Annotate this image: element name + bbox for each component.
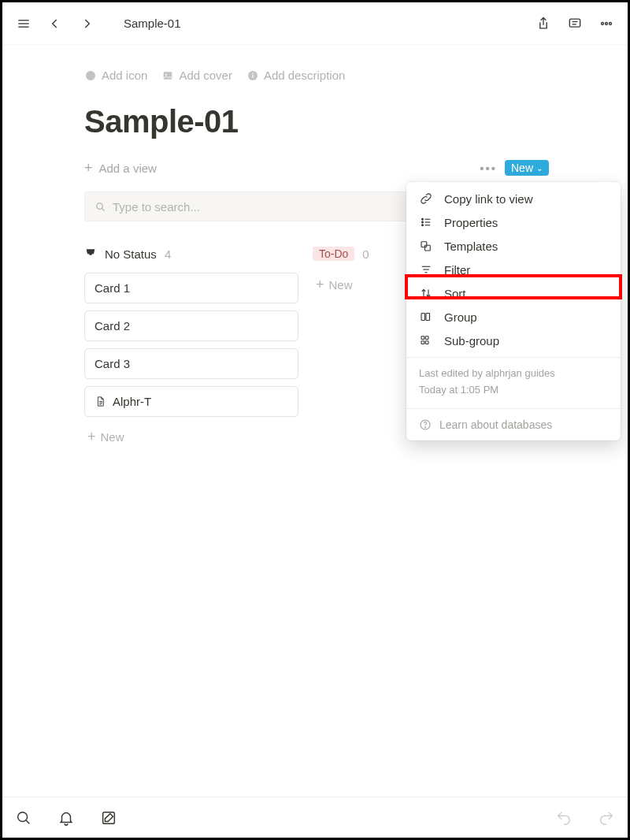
- add-description-button[interactable]: Add description: [246, 69, 345, 82]
- group-icon: [419, 310, 433, 324]
- link-icon: [419, 191, 433, 206]
- svg-point-13: [165, 73, 167, 75]
- svg-rect-38: [425, 341, 428, 344]
- menu-item-filter[interactable]: Filter: [406, 258, 621, 281]
- sort-icon: [419, 286, 433, 300]
- more-icon[interactable]: [598, 15, 615, 32]
- add-card-label: New: [329, 278, 353, 292]
- menu-edited-by: Last edited by alphrjan guides: [419, 366, 608, 382]
- menu-item-label: Group: [444, 310, 477, 324]
- svg-point-8: [610, 22, 612, 24]
- view-row: + Add a view ••• New ⌄: [84, 160, 549, 176]
- menu-learn-link[interactable]: Learn about databases: [406, 414, 621, 436]
- svg-rect-29: [425, 245, 431, 251]
- svg-point-22: [422, 218, 424, 220]
- menu-item-properties[interactable]: Properties: [406, 210, 621, 234]
- menu-edited-at: Today at 1:05 PM: [419, 382, 608, 399]
- svg-rect-36: [425, 336, 428, 340]
- column-count: 0: [362, 247, 369, 261]
- subgroup-icon: [419, 333, 433, 348]
- add-cover-label: Add cover: [179, 69, 232, 82]
- bottombar: [2, 797, 628, 838]
- svg-point-16: [252, 72, 253, 73]
- menu-item-copy-link[interactable]: Copy link to view: [406, 187, 621, 210]
- svg-line-42: [26, 820, 30, 823]
- document-icon: [94, 395, 113, 408]
- menu-item-subgroup[interactable]: Sub-group: [406, 329, 621, 352]
- menu-item-templates[interactable]: Templates: [406, 234, 621, 258]
- menu-learn-label: Learn about databases: [439, 418, 552, 431]
- undo-icon[interactable]: [555, 809, 573, 827]
- svg-rect-15: [252, 74, 253, 77]
- redo-icon[interactable]: [598, 809, 615, 827]
- properties-icon: [419, 215, 433, 229]
- menu-meta: Last edited by alphrjan guides Today at …: [406, 362, 621, 403]
- svg-point-10: [88, 73, 90, 75]
- svg-rect-12: [164, 72, 172, 79]
- menu-icon[interactable]: [15, 15, 32, 32]
- board-column-no-status: No Status 4 Card 1 Card 2 Card 3 Alphr-T…: [84, 247, 298, 450]
- card-title: Card 2: [94, 319, 130, 333]
- card[interactable]: Card 3: [84, 348, 298, 379]
- column-label: No Status: [105, 247, 157, 261]
- svg-rect-34: [426, 314, 430, 321]
- help-icon: [419, 418, 432, 431]
- card[interactable]: Card 1: [84, 273, 298, 303]
- add-card-label: New: [101, 430, 124, 444]
- search-icon[interactable]: [15, 809, 32, 827]
- view-context-menu: Copy link to view Properties Templates F…: [406, 182, 621, 440]
- breadcrumb-title[interactable]: Sample-01: [124, 17, 181, 30]
- menu-item-label: Copy link to view: [444, 192, 533, 206]
- svg-rect-35: [421, 336, 424, 340]
- menu-item-group[interactable]: Group: [406, 305, 621, 329]
- menu-item-sort[interactable]: Sort: [406, 281, 621, 305]
- chevron-down-icon: ⌄: [536, 164, 543, 173]
- add-view-button[interactable]: Add a view: [99, 162, 157, 175]
- column-count: 4: [165, 247, 171, 261]
- plus-icon: +: [316, 277, 324, 293]
- plus-icon: +: [84, 161, 93, 175]
- svg-rect-37: [421, 341, 424, 344]
- menu-item-label: Filter: [444, 263, 470, 277]
- compose-icon[interactable]: [100, 809, 117, 827]
- filter-icon: [419, 262, 433, 277]
- plus-icon: +: [87, 429, 96, 445]
- menu-item-label: Properties: [444, 216, 498, 229]
- back-icon[interactable]: [46, 15, 64, 32]
- comments-icon[interactable]: [566, 15, 584, 32]
- card-title: Card 1: [94, 281, 130, 295]
- page-actions: Add icon Add cover Add description: [84, 69, 549, 82]
- share-icon[interactable]: [535, 15, 552, 32]
- svg-point-11: [91, 73, 93, 75]
- svg-point-9: [86, 71, 95, 80]
- svg-rect-28: [421, 242, 427, 247]
- search-icon: [94, 201, 106, 213]
- svg-point-26: [422, 225, 424, 226]
- add-icon-button[interactable]: Add icon: [84, 69, 147, 82]
- card-title: Alphr-T: [113, 395, 151, 408]
- add-cover-button[interactable]: Add cover: [161, 69, 232, 82]
- forward-icon[interactable]: [78, 15, 95, 32]
- menu-item-label: Sort: [444, 287, 466, 300]
- card[interactable]: Alphr-T: [84, 386, 298, 417]
- svg-point-6: [602, 22, 604, 24]
- add-description-label: Add description: [264, 69, 345, 82]
- topbar: Sample-01: [2, 2, 628, 45]
- add-card-button[interactable]: +New: [84, 424, 298, 450]
- svg-line-18: [102, 208, 104, 210]
- card[interactable]: Card 2: [84, 310, 298, 341]
- add-icon-label: Add icon: [102, 69, 147, 82]
- new-button[interactable]: New ⌄: [505, 160, 549, 176]
- column-tag: To-Do: [313, 247, 354, 261]
- svg-point-17: [97, 203, 103, 209]
- new-button-label: New: [511, 162, 533, 174]
- svg-rect-33: [421, 314, 425, 321]
- svg-point-7: [606, 22, 608, 24]
- svg-point-24: [422, 221, 424, 223]
- templates-icon: [419, 239, 433, 253]
- menu-item-label: Templates: [444, 240, 498, 253]
- inbox-icon: [84, 247, 97, 262]
- notifications-icon[interactable]: [57, 809, 75, 827]
- page-title[interactable]: Sample-01: [84, 104, 549, 139]
- view-more-icon[interactable]: •••: [480, 162, 497, 175]
